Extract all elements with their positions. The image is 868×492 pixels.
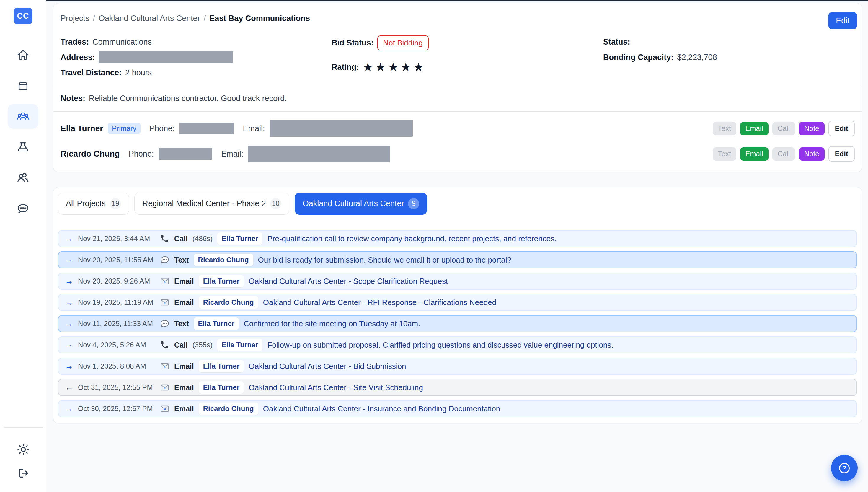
users-icon bbox=[16, 171, 30, 184]
breadcrumb-separator: / bbox=[204, 14, 206, 23]
comm-date: Nov 20, 2025, 9:26 AM bbox=[78, 277, 155, 285]
comm-message: Oakland Cultural Arts Center - RFI Respo… bbox=[263, 298, 496, 307]
bonding-capacity-value: $2,223,708 bbox=[677, 53, 717, 62]
outbound-arrow-icon: → bbox=[65, 319, 73, 328]
outbound-arrow-icon: → bbox=[65, 276, 73, 286]
comm-contact-badge: Ricardo Chung bbox=[199, 402, 258, 415]
call-contact-button[interactable]: Call bbox=[772, 122, 795, 135]
email-icon: E bbox=[160, 362, 170, 371]
breadcrumb-project[interactable]: Oakland Cultural Arts Center bbox=[99, 14, 200, 23]
contact-row: Ricardo Chung Phone: Email: Text Email C… bbox=[60, 141, 855, 167]
tab-all-projects[interactable]: All Projects19 bbox=[58, 193, 129, 215]
communications-list: →Nov 21, 2025, 3:44 AMCall(486s)Ella Tur… bbox=[58, 230, 857, 417]
toolbox-icon bbox=[16, 79, 30, 93]
sidebar-item-users[interactable] bbox=[8, 165, 39, 190]
communication-row[interactable]: →Nov 19, 2025, 11:19 AMEEmailRicardo Chu… bbox=[58, 294, 857, 311]
comm-type-label: Email bbox=[174, 277, 194, 286]
email-redacted bbox=[248, 146, 390, 162]
rating-label: Rating: bbox=[332, 63, 359, 72]
communication-row[interactable]: →Oct 30, 2025, 12:57 PMEEmailRicardo Chu… bbox=[58, 400, 857, 417]
email-contact-button[interactable]: Email bbox=[740, 122, 768, 135]
tab-count-badge: 19 bbox=[110, 198, 121, 210]
note-contact-button[interactable]: Note bbox=[799, 122, 825, 135]
comm-type-label: Email bbox=[174, 383, 194, 392]
outbound-arrow-icon: → bbox=[65, 362, 73, 371]
communication-row[interactable]: ←Oct 31, 2025, 12:55 PMEEmailElla Turner… bbox=[58, 379, 857, 396]
comm-type-label: Text bbox=[174, 320, 189, 328]
sidebar: CC bbox=[0, 0, 46, 492]
comm-contact-badge: Ella Turner bbox=[194, 317, 239, 330]
communication-row[interactable]: →Nov 20, 2025, 9:26 AMEEmailElla TurnerO… bbox=[58, 273, 857, 290]
comm-type-label: Call bbox=[174, 235, 188, 243]
bid-status-badge[interactable]: Not Bidding bbox=[377, 35, 429, 50]
sidebar-bottom bbox=[0, 427, 46, 485]
comm-message: Pre-qualification call to review company… bbox=[267, 234, 557, 243]
outbound-arrow-icon: → bbox=[65, 255, 73, 265]
svg-text:?: ? bbox=[842, 465, 846, 472]
call-contact-button[interactable]: Call bbox=[772, 147, 795, 161]
app-logo[interactable]: CC bbox=[14, 8, 32, 24]
bonding-capacity-label: Bonding Capacity: bbox=[603, 53, 674, 62]
sidebar-item-logout[interactable] bbox=[8, 461, 39, 485]
tab-label: Regional Medical Center - Phase 2 bbox=[142, 199, 266, 208]
comm-date: Nov 19, 2025, 11:19 AM bbox=[78, 298, 155, 306]
tab-label: Oakland Cultural Arts Center bbox=[303, 199, 404, 208]
text-contact-button[interactable]: Text bbox=[713, 122, 736, 135]
communication-row[interactable]: →Nov 20, 2025, 11:55 AMTextRicardo Chung… bbox=[58, 251, 857, 268]
comm-contact-badge: Ella Turner bbox=[199, 381, 244, 394]
text-icon bbox=[160, 255, 170, 265]
info-col-left: Trades:Communications Address: Travel Di… bbox=[60, 35, 332, 79]
svg-text:E: E bbox=[163, 408, 166, 411]
tab-oakland-cultural-arts-center[interactable]: Oakland Cultural Arts Center9 bbox=[295, 193, 428, 215]
edit-contact-button[interactable]: Edit bbox=[828, 146, 855, 162]
tab-count-badge: 9 bbox=[408, 198, 419, 210]
help-button[interactable]: ? bbox=[831, 455, 858, 482]
phone-label: Phone: bbox=[149, 124, 175, 133]
star-rating[interactable]: ★★★★★ bbox=[362, 61, 426, 73]
sidebar-item-messages[interactable] bbox=[8, 196, 39, 221]
sidebar-item-home[interactable] bbox=[8, 43, 39, 67]
note-contact-button[interactable]: Note bbox=[799, 147, 825, 161]
text-contact-button[interactable]: Text bbox=[713, 147, 736, 161]
comm-contact-badge: Ella Turner bbox=[199, 360, 244, 372]
primary-badge: Primary bbox=[108, 123, 141, 134]
sidebar-item-projects[interactable] bbox=[8, 73, 39, 98]
sidebar-item-bids[interactable] bbox=[8, 135, 39, 159]
comm-date: Nov 1, 2025, 8:08 AM bbox=[78, 362, 155, 370]
address-label: Address: bbox=[60, 53, 95, 62]
tab-label: All Projects bbox=[66, 199, 106, 208]
communication-row[interactable]: →Nov 4, 2025, 5:26 AMCall(355s)Ella Turn… bbox=[58, 336, 857, 353]
comm-date: Nov 21, 2025, 3:44 AM bbox=[78, 235, 155, 243]
communication-row[interactable]: →Nov 1, 2025, 8:08 AMEEmailElla TurnerOa… bbox=[58, 358, 857, 375]
app: CC bbox=[0, 0, 868, 492]
edit-contact-button[interactable]: Edit bbox=[828, 121, 855, 136]
contact-row: Ella Turner Primary Phone: Email: Text E… bbox=[60, 116, 855, 141]
call-icon bbox=[160, 234, 170, 243]
address-redacted bbox=[99, 51, 233, 64]
communication-row[interactable]: →Nov 11, 2025, 11:33 AMTextElla TurnerCo… bbox=[58, 315, 857, 332]
communications-card: All Projects19Regional Medical Center - … bbox=[53, 187, 862, 423]
divider bbox=[53, 85, 862, 86]
breadcrumb-projects[interactable]: Projects bbox=[60, 14, 90, 23]
call-icon bbox=[160, 340, 170, 350]
comm-type-label: Text bbox=[174, 256, 189, 264]
comm-date: Oct 31, 2025, 12:55 PM bbox=[78, 383, 155, 392]
comm-contact-badge: Ricardo Chung bbox=[199, 296, 258, 309]
comm-message: Oakland Cultural Arts Center - Bid Submi… bbox=[249, 362, 406, 371]
sidebar-item-contractors[interactable] bbox=[8, 104, 39, 129]
communication-row[interactable]: →Nov 21, 2025, 3:44 AMCall(486s)Ella Tur… bbox=[58, 230, 857, 247]
travel-distance-value: 2 hours bbox=[125, 68, 152, 77]
comm-message: Our bid is ready for submission. Should … bbox=[258, 255, 511, 265]
sidebar-item-settings[interactable] bbox=[8, 438, 39, 461]
project-tabs: All Projects19Regional Medical Center - … bbox=[58, 193, 857, 215]
tab-regional-medical-center-phase-2[interactable]: Regional Medical Center - Phase 210 bbox=[134, 193, 289, 215]
email-contact-button[interactable]: Email bbox=[740, 147, 768, 161]
email-label: Email: bbox=[221, 149, 243, 158]
notes-value: Reliable Communications contractor. Good… bbox=[89, 94, 287, 103]
edit-contractor-button[interactable]: Edit bbox=[828, 12, 857, 29]
svg-text:E: E bbox=[163, 280, 166, 284]
text-icon bbox=[160, 319, 170, 328]
info-col-right: Status: Bonding Capacity:$2,223,708 bbox=[603, 35, 855, 79]
contact-name: Ricardo Chung bbox=[60, 149, 120, 158]
breadcrumb-current: East Bay Communications bbox=[209, 14, 310, 23]
